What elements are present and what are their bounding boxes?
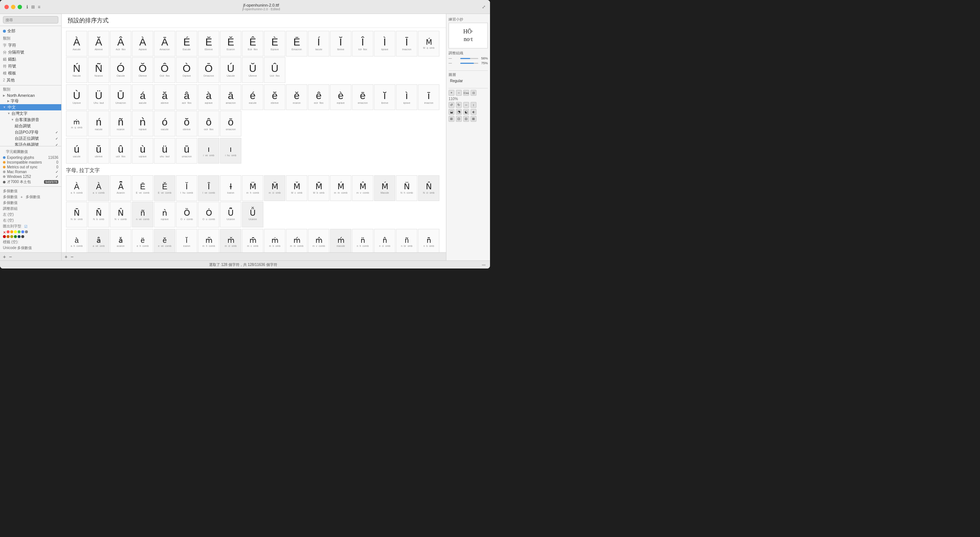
glyph-Ocirflex[interactable]: ÔOcir_flex (154, 57, 175, 83)
glyph-agrave[interactable]: àagrave (198, 84, 220, 110)
glyph-Agrave[interactable]: ÀAgrave (132, 31, 153, 56)
glyph-Mbcomb[interactable]: M̄M_b_omb (308, 175, 329, 201)
glyph-ecaron[interactable]: ěecaron (286, 84, 307, 110)
glyph-Oacute[interactable]: ÓOacute (110, 57, 131, 83)
glyph-Eacute[interactable]: ÉEacute (176, 31, 197, 56)
add-glyph-button[interactable]: + (3, 254, 6, 260)
sidebar-item-combo-tones[interactable]: 組合調號 (0, 123, 61, 129)
glyph-ihuomb[interactable]: ıi_hu_omb (220, 138, 241, 164)
rotate-right-button[interactable]: ↻ (456, 102, 462, 108)
glyph-Abreve[interactable]: ĂAbreve (88, 31, 109, 56)
flip-v-button[interactable]: ↕ (471, 102, 476, 108)
glyph-nccomb[interactable]: n̂n_ci_omb (374, 229, 395, 252)
search-input[interactable] (3, 16, 58, 24)
rotate-left-button[interactable]: ↺ (449, 102, 454, 108)
glyph-Ihcomb[interactable]: ĬI_hu_comb (176, 175, 197, 201)
glyph-nbcomb2[interactable]: n̄n_b_omb (418, 229, 439, 252)
glyph-Ograve[interactable]: ÒOgrave (176, 57, 197, 83)
glyph-Ecirflex[interactable]: ÊEcir_flex (242, 31, 263, 56)
sidebar-item-poj[interactable]: 台語POJ字母 ✓ (0, 129, 61, 135)
contrast-slider[interactable] (460, 63, 478, 64)
glyph-Ovcomb[interactable]: ȌO_v_comb (176, 202, 197, 228)
color-red[interactable] (6, 230, 10, 233)
glyph-Nvcomb[interactable]: N̂N_v_comb (110, 202, 131, 228)
add-layer-button[interactable]: + (449, 90, 454, 96)
glyph-Nacute[interactable]: ŃNacute (66, 57, 87, 83)
glyph-Omacron[interactable]: ŌOmacron (198, 57, 220, 83)
dist-3-button[interactable]: ⊟ (463, 116, 469, 122)
glyph-Nccomb[interactable]: N̂N_ci_omb (418, 175, 439, 201)
glyph-igrave[interactable]: ìigrave (396, 84, 417, 110)
glyph-Obreve[interactable]: ŎObreve (132, 57, 153, 83)
glyph-Ebreve[interactable]: ĔEbreve (198, 31, 220, 56)
glyph-mvcomb[interactable]: m̂m_v_comb (308, 229, 329, 252)
color-darkred[interactable] (3, 235, 6, 238)
glyph-Emacron[interactable]: ĒEmacron (286, 31, 307, 56)
glyph-ubreve[interactable]: ŭubreve (88, 138, 109, 164)
glyph-uacute[interactable]: úuacute (66, 138, 87, 164)
glyph-Ivcomb[interactable]: ȊI_ve_comb (198, 175, 220, 201)
sidebar-item-northamerican[interactable]: ▶ North American (0, 93, 61, 98)
sidebar-item-marks[interactable]: 符 符號 (0, 63, 61, 70)
glyph-Evcomb[interactable]: ĚE_ve_comb (154, 175, 175, 201)
flip-h-button[interactable]: ↔ (463, 102, 469, 108)
glyph-ugrave[interactable]: ùugrave (132, 138, 153, 164)
glyph-egrave[interactable]: èegrave (330, 84, 352, 110)
glyph-ngrave2[interactable]: ǹngrave (154, 202, 175, 228)
glyph-avcomb2[interactable]: ȃa_ve_omb (88, 229, 109, 252)
glyph-evcomb[interactable]: ěe_ve_comb (154, 229, 175, 252)
glyph-Mhcomb[interactable]: M̈m_h_comb (242, 175, 263, 201)
glyph-Mgomb[interactable]: ḾM_g_omb (418, 31, 439, 56)
glyph-ngrave[interactable]: ǹngrave (132, 111, 153, 137)
sidebar-item-tone-pos[interactable]: 台語正位調號 ✓ (0, 135, 61, 142)
color-darkgray[interactable] (21, 235, 24, 238)
glyph-ibreve[interactable]: ĭibreve (374, 84, 395, 110)
align-right-button[interactable]: ⬕ (463, 109, 469, 115)
glyph-Imacron[interactable]: ĪImacron (396, 31, 417, 56)
glyph-Icirflex[interactable]: ÎIcir_flex (352, 31, 373, 56)
color-darkgreen[interactable] (14, 235, 17, 238)
sidebar-item-chinese[interactable]: ▼ 中文 (0, 104, 61, 110)
glyph-oacute[interactable]: óoacute (154, 111, 175, 137)
sidebar-item-hakka-tones[interactable]: 客語合格調號 ✓ (0, 142, 61, 146)
glyph-iveomb[interactable]: ıi_ve_omb (198, 138, 220, 164)
glyph-Ucaron[interactable]: ǕUcaron (220, 202, 241, 228)
glyph-ehcomb[interactable]: ëe_h_comb (132, 229, 153, 252)
glyph-ebreve[interactable]: ĕebreve (264, 84, 285, 110)
glyph-Amacron[interactable]: ĀAmacron (154, 31, 175, 56)
glyph-Icaron2[interactable]: ƗIcaron (220, 175, 241, 201)
glyph-Nhcomb[interactable]: N̈N_h_comb (396, 175, 417, 201)
glyph-ahcomb2[interactable]: àa_h_comb (66, 229, 87, 252)
glyph-mbcomb[interactable]: ṁm_b_omb (264, 229, 285, 252)
sidebar-item-components[interactable]: 分 分隔符號 (0, 49, 61, 56)
checkbox-icon[interactable]: ☑ (24, 225, 27, 228)
glyph-umacron[interactable]: ūumacron (176, 138, 197, 164)
color-darkyellow[interactable] (10, 235, 13, 238)
remove-layer-button[interactable]: − (456, 90, 462, 96)
align-full-button[interactable]: ⬖ (471, 109, 476, 115)
minimize-button[interactable] (11, 5, 15, 9)
close-button[interactable] (5, 5, 9, 9)
color-darkblue[interactable] (18, 235, 21, 238)
glyph-Nbcomb[interactable]: N̄N_br_omb (66, 202, 87, 228)
glyph-acaron2[interactable]: ǎacaron (110, 229, 131, 252)
glyph-imacron[interactable]: īimacron (418, 84, 439, 110)
glyph-nhcomb[interactable]: n̈n_h_comb (352, 229, 373, 252)
glyph-Mccomb[interactable]: M̌M_c_omb (286, 175, 307, 201)
glyph-aacute[interactable]: áaacute (132, 84, 153, 110)
glyph-acaron[interactable]: ǞAcaron (110, 175, 131, 201)
glyph-Ubreve[interactable]: ŬUbreve (242, 57, 263, 83)
maximize-button[interactable] (18, 5, 22, 9)
sidebar-item-hakka-pinyin[interactable]: ▼ 台客漢族拼音 (0, 116, 61, 123)
glyph-Ucaron2[interactable]: ǙUcaron (242, 202, 263, 228)
glyph-amacron[interactable]: āamacron (220, 84, 241, 110)
glyph-nbcomb[interactable]: ñn_br_omb (396, 229, 417, 252)
glyph-Nbcomb2[interactable]: N̄N_b_omb (88, 202, 109, 228)
glyph-acirflex[interactable]: âacir_flex (176, 84, 197, 110)
glyph-Mmcomb[interactable]: Ḿm_m_comb (330, 175, 352, 201)
dist-2-button[interactable]: ⊡ (456, 116, 462, 122)
grid-icon[interactable]: ⊞ (31, 5, 35, 10)
weight-slider[interactable] (460, 58, 478, 59)
glyph-abreve[interactable]: ăabreve (154, 84, 175, 110)
glyph-Ucirflex[interactable]: ÛUcir_flex (264, 57, 285, 83)
